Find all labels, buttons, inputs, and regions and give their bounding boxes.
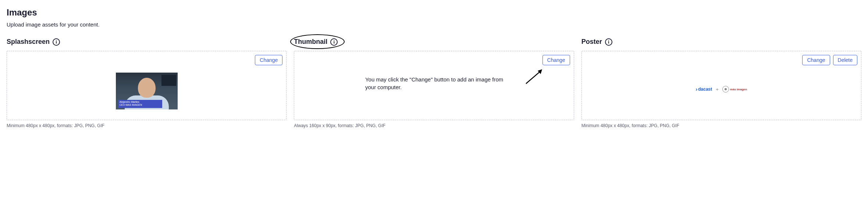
splashscreen-section: Splashscreen i Change Alejandro Mariles …	[7, 38, 287, 128]
splashscreen-upload-box: Change Alejandro Mariles CEO MAS IMAGEN	[7, 51, 287, 120]
mas-imagen-logo: más imagen	[722, 86, 747, 92]
mas-imagen-text: más imagen	[730, 88, 747, 91]
thumbnail-section: Thumbnail i Change You may click the "Ch…	[294, 38, 574, 128]
change-button[interactable]: Change	[802, 55, 830, 65]
poster-header: Poster i	[581, 38, 861, 46]
info-icon[interactable]: i	[53, 38, 60, 46]
poster-preview-image: › dacast + más imagen	[696, 86, 747, 92]
page-subtitle: Upload image assets for your content.	[7, 21, 861, 28]
poster-upload-box: Change Delete › dacast + más imagen	[581, 51, 861, 120]
thumbnail-caption: Always 160px x 90px, formats: JPG, PNG, …	[294, 123, 574, 128]
splashscreen-header: Splashscreen i	[7, 38, 287, 46]
poster-button-row: Change Delete	[802, 55, 857, 65]
preview-subtitle: CEO MAS IMAGEN	[120, 104, 161, 107]
thumbnail-title: Thumbnail	[294, 38, 327, 46]
dacast-chevron-icon: ›	[696, 86, 698, 92]
preview-background-detail	[161, 75, 176, 86]
svg-marker-1	[538, 69, 542, 74]
thumbnail-button-row: Change	[542, 55, 570, 65]
poster-caption: Minimum 480px x 480px, formats: JPG, PNG…	[581, 123, 861, 128]
plus-separator: +	[716, 87, 719, 92]
poster-title: Poster	[581, 38, 602, 46]
svg-line-0	[526, 70, 541, 84]
poster-section: Poster i Change Delete › dacast + más im…	[581, 38, 861, 128]
change-button[interactable]: Change	[255, 55, 282, 65]
splashscreen-preview-image: Alejandro Mariles CEO MAS IMAGEN	[116, 73, 178, 109]
preview-name: Alejandro Mariles	[120, 101, 161, 104]
thumbnail-header: Thumbnail i	[294, 38, 574, 46]
image-sections-grid: Splashscreen i Change Alejandro Mariles …	[7, 38, 861, 128]
page-title: Images	[7, 7, 861, 18]
preview-person-head	[138, 78, 156, 98]
delete-button[interactable]: Delete	[833, 55, 857, 65]
info-icon[interactable]: i	[330, 38, 338, 46]
change-button[interactable]: Change	[542, 55, 570, 65]
info-icon[interactable]: i	[605, 38, 612, 46]
preview-name-tag: Alejandro Mariles CEO MAS IMAGEN	[118, 100, 162, 108]
splashscreen-caption: Minimum 480px x 480px, formats: JPG, PNG…	[7, 123, 287, 128]
annotation-arrow	[524, 67, 546, 86]
mas-imagen-icon	[722, 86, 729, 92]
splashscreen-button-row: Change	[255, 55, 282, 65]
dacast-text: dacast	[698, 87, 712, 92]
thumbnail-helper-text: You may click the "Change" button to add…	[365, 76, 505, 91]
thumbnail-upload-box: Change You may click the "Change" button…	[294, 51, 574, 120]
dacast-logo: › dacast	[696, 86, 712, 92]
splashscreen-title: Splashscreen	[7, 38, 50, 46]
